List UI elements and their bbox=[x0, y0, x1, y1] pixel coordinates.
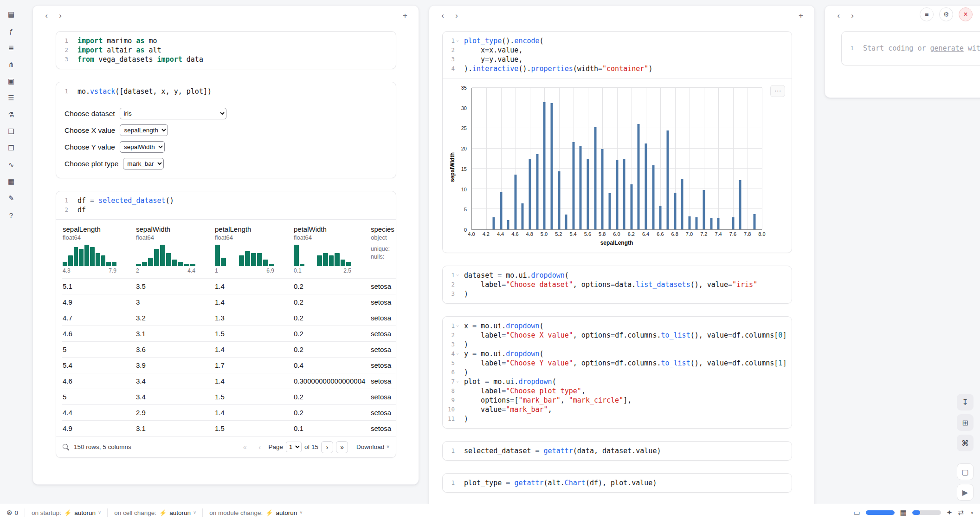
status-bar: ⊗ 0 on startup:⚡autorun˅on cell change:⚡… bbox=[0, 504, 980, 521]
fold-chevron-icon[interactable]: ˅ bbox=[455, 321, 460, 331]
fold-chevron-icon[interactable]: ˅ bbox=[455, 271, 460, 280]
next-page-button[interactable]: › bbox=[321, 441, 333, 453]
fold-chevron-icon[interactable]: ˅ bbox=[455, 36, 460, 46]
errors-indicator[interactable]: ⊗ 0 bbox=[6, 508, 18, 517]
chart-bar bbox=[616, 160, 618, 229]
column-3-scroll-left-button[interactable]: ‹ bbox=[832, 10, 845, 22]
download-button[interactable]: Download˅ bbox=[356, 443, 389, 450]
line-number: 1 bbox=[64, 36, 68, 46]
chart-actions-button[interactable]: ⋯ bbox=[770, 85, 785, 97]
column-2-add-cell-button[interactable]: + bbox=[795, 10, 807, 22]
code-line: 9 options=["mark_bar", "mark_circle"], bbox=[443, 396, 792, 405]
history-icon[interactable]: ◔ bbox=[969, 509, 974, 517]
plot-area[interactable] bbox=[471, 88, 762, 230]
page-select[interactable]: 1 bbox=[286, 442, 302, 452]
run-all-button[interactable]: ▶ bbox=[957, 484, 974, 501]
xy-plot-dropdowns-cell: 1˅x = mo.ui.dropdown(2 label="Choose X v… bbox=[442, 316, 792, 429]
line-gutter: 1 bbox=[443, 478, 464, 488]
scratchpad-icon[interactable]: ⚗ bbox=[5, 109, 17, 121]
last-page-button[interactable]: » bbox=[336, 441, 348, 453]
x-value-select[interactable]: sepalLength bbox=[120, 124, 168, 136]
compose-icon[interactable]: ✎ bbox=[5, 192, 17, 204]
column-2-scroll-right-button[interactable]: › bbox=[451, 10, 463, 22]
code-line: 3) bbox=[443, 340, 792, 349]
chart-bar bbox=[507, 220, 509, 229]
settings-button[interactable]: ⚙ bbox=[939, 7, 953, 21]
file-explorer-icon[interactable]: ▤ bbox=[5, 8, 17, 20]
y-value-select-label: Choose Y value bbox=[64, 143, 115, 151]
code-line: 10 value="mark_bar", bbox=[443, 405, 792, 414]
on-startup-setting[interactable]: on startup:⚡autorun˅ bbox=[32, 509, 101, 516]
column-header-petalWidth[interactable]: petalWidthfloat64 bbox=[293, 220, 370, 241]
selected-dataset-cell-editor[interactable]: 1selected_dataset = getattr(data, datase… bbox=[443, 442, 792, 460]
line-number: 8 bbox=[451, 386, 455, 396]
dataset-select[interactable]: iris bbox=[120, 108, 226, 119]
code-line: 1˅x = mo.ui.dropdown( bbox=[443, 321, 792, 331]
documentation-icon[interactable]: ❒ bbox=[5, 142, 17, 154]
ai-assistant-icon[interactable]: ✦ bbox=[947, 508, 953, 517]
chart-cell-editor[interactable]: 1˅plot_type().encode(2 x=x.value,3 y=y.v… bbox=[443, 32, 792, 78]
plot-type-select[interactable]: mark_bar bbox=[123, 158, 164, 169]
search-icon[interactable] bbox=[63, 444, 69, 450]
column-1-add-cell-button[interactable]: + bbox=[399, 10, 411, 22]
app-view-button[interactable]: ⊞ bbox=[957, 414, 974, 431]
control-row: Choose X valuesepalLength bbox=[64, 124, 387, 136]
line-gutter: 3 bbox=[443, 55, 464, 64]
save-notebook-button[interactable]: ↧ bbox=[957, 394, 974, 410]
dependencies-icon[interactable]: ⋔ bbox=[5, 59, 17, 71]
generate-with-ai-link[interactable]: generate bbox=[930, 44, 964, 52]
plot-type-select-label: Choose plot type bbox=[64, 160, 118, 168]
controls-cell: 1mo.vstack([dataset, x, y, plot])Choose … bbox=[56, 82, 396, 178]
status-bar-right: ▭ ▦ ✦ ⇄ ◔ bbox=[853, 508, 974, 517]
plot-type-cell-editor[interactable]: 1plot_type = getattr(alt.Chart(df), plot… bbox=[443, 474, 792, 492]
column-header-sepalWidth[interactable]: sepalWidthfloat64 bbox=[135, 220, 214, 241]
code-text: mo.vstack([dataset, x, y, plot]) bbox=[77, 87, 212, 96]
line-gutter: 3 bbox=[443, 340, 464, 349]
outline-icon[interactable]: ☰ bbox=[5, 92, 17, 104]
on-module-change-setting-value: autorun bbox=[276, 509, 297, 516]
line-number: 2 bbox=[64, 46, 68, 55]
new-cell-editor[interactable]: 1Start coding or generate with AI bbox=[842, 32, 980, 65]
tracing-icon[interactable]: ∿ bbox=[5, 159, 17, 171]
packages-icon[interactable]: ▣ bbox=[5, 75, 17, 87]
column-header-petalLength[interactable]: petalLengthfloat64 bbox=[214, 220, 293, 241]
column-3-scroll-right-button[interactable]: › bbox=[846, 10, 858, 22]
controls-cell-editor[interactable]: 1mo.vstack([dataset, x, y, plot]) bbox=[56, 82, 396, 101]
imports-cell-editor[interactable]: 1import marimo as mo2import altair as al… bbox=[56, 32, 396, 69]
line-number: 6 bbox=[451, 368, 455, 377]
data-sources-icon[interactable]: ≣ bbox=[5, 42, 17, 54]
on-module-change-setting[interactable]: on module change:⚡autorun˅ bbox=[209, 509, 302, 516]
keyboard-icon[interactable]: ▭ bbox=[853, 508, 860, 517]
shutdown-button[interactable]: × bbox=[959, 7, 973, 21]
column-histogram-sepalLength: 4.37.9 bbox=[62, 241, 135, 279]
code-line: 2 x=x.value, bbox=[443, 46, 792, 55]
first-page-button[interactable]: « bbox=[239, 441, 251, 453]
dataset-dropdown-cell-editor[interactable]: 1˅dataset = mo.ui.dropdown(2 label="Choo… bbox=[443, 266, 792, 303]
y-value-select[interactable]: sepalWidth bbox=[120, 141, 165, 153]
fold-chevron-icon[interactable]: ˅ bbox=[455, 349, 460, 358]
logs-icon[interactable]: ❏ bbox=[5, 125, 17, 137]
snippets-icon[interactable]: ▦ bbox=[5, 176, 17, 188]
column-1-scroll-right-button[interactable]: › bbox=[54, 10, 66, 22]
column-header-sepalLength[interactable]: sepalLengthfloat64 bbox=[62, 220, 135, 241]
chevron-down-icon: ˅ bbox=[300, 510, 302, 515]
column-1-scroll-left-button[interactable]: ‹ bbox=[40, 10, 52, 22]
variables-icon[interactable]: ƒ bbox=[5, 25, 17, 37]
fold-chevron-icon[interactable]: ˅ bbox=[455, 377, 460, 386]
on-cell-change-setting[interactable]: on cell change:⚡autorun˅ bbox=[114, 509, 196, 516]
code-text: import altair as alt bbox=[77, 46, 161, 55]
dataframe-cell-editor[interactable]: 1df = selected_dataset()2df bbox=[56, 191, 396, 219]
cpu-icon[interactable]: ▦ bbox=[900, 508, 907, 517]
table-cell: 1.7 bbox=[214, 358, 293, 373]
xy-plot-dropdowns-cell-editor[interactable]: 1˅x = mo.ui.dropdown(2 label="Choose X v… bbox=[443, 317, 792, 428]
keyboard-shortcuts-button[interactable]: ⌘ bbox=[957, 435, 974, 451]
interrupt-button[interactable]: ▢ bbox=[957, 463, 974, 480]
column-header-species[interactable]: speciesobject bbox=[370, 220, 396, 241]
prev-page-button[interactable]: ‹ bbox=[254, 441, 266, 453]
column-stat: nulls: bbox=[371, 254, 396, 260]
notebook-menu-button[interactable]: ≡ bbox=[920, 7, 934, 21]
chart-bar bbox=[696, 217, 698, 229]
connection-icon[interactable]: ⇄ bbox=[958, 508, 964, 517]
help-icon[interactable]: ? bbox=[5, 209, 17, 221]
column-2-scroll-left-button[interactable]: ‹ bbox=[437, 10, 449, 22]
